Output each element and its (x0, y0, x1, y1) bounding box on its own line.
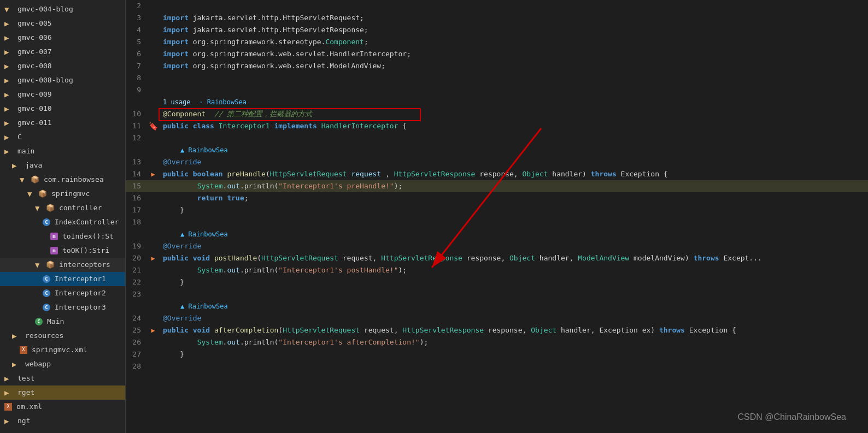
sidebar-item-main[interactable]: ▶main (0, 144, 125, 158)
method-icon: m (50, 247, 58, 254)
code-line-content: ▲ RainbowSea (159, 300, 868, 312)
sidebar-item-label: C (17, 131, 22, 143)
sidebar-item-webapp[interactable]: ▶webapp (0, 357, 125, 371)
code-line-content: import org.springframework.stereotype.Co… (159, 36, 868, 48)
code-line: 27 } (126, 348, 868, 360)
sidebar-item-java[interactable]: ▶java (0, 158, 125, 173)
xml-file-icon: X (20, 346, 27, 354)
sidebar-item-gmvc005[interactable]: ▶gmvc-005 (0, 16, 125, 31)
line-number: 27 (126, 348, 148, 360)
code-line-content: @Component // 第二种配置，拦截器的方式 (159, 108, 868, 120)
sidebar-item-interceptors[interactable]: ▼📦interceptors (0, 258, 125, 272)
line-number: 2 (126, 0, 148, 12)
code-line-content (159, 0, 868, 12)
code-line: 22 } (126, 276, 868, 288)
sidebar-item-gmvc011[interactable]: ▶gmvc-011 (0, 116, 125, 130)
code-line-content: public boolean preHandle(HttpServletRequ… (159, 168, 868, 180)
sidebar-item-label: gmvc-005 (17, 17, 52, 29)
line-number: 26 (126, 336, 148, 348)
package-open-icon: ▼ (20, 174, 28, 186)
sidebar-item-gmvc009[interactable]: ▶gmvc-009 (0, 87, 125, 102)
line-number: 14 (126, 168, 148, 180)
line-number: 28 (126, 360, 148, 372)
sidebar-item-label: webapp (25, 358, 51, 370)
code-line-content: @Override (159, 312, 868, 324)
sidebar-item-controller[interactable]: ▼📦controller (0, 201, 125, 215)
line-number: 19 (126, 240, 148, 252)
sidebar-item-label: gmvc-011 (17, 117, 52, 129)
code-line-content: public void postHandle(HttpServletReques… (159, 252, 868, 264)
sidebar-item-Interceptor1[interactable]: CInterceptor1 (0, 272, 125, 286)
line-gutter (148, 96, 159, 108)
code-line-content: ▲ RainbowSea (159, 228, 868, 240)
sidebar-item-rget[interactable]: ▶rget (0, 385, 125, 400)
sidebar-item-resources[interactable]: ▶resources (0, 329, 125, 343)
line-gutter (148, 72, 159, 84)
line-gutter (148, 312, 159, 324)
java-main-icon: C (35, 318, 43, 325)
sidebar-item-label: Interceptor1 (55, 273, 106, 285)
code-line-content: } (159, 204, 868, 216)
sidebar-item-gmvc008blog[interactable]: ▶gmvc-008-blog (0, 73, 125, 87)
code-line: ▲ RainbowSea (126, 300, 868, 312)
code-line: 14▶public boolean preHandle(HttpServletR… (126, 168, 868, 180)
sidebar-item-springmvc[interactable]: ▼📦springmvc (0, 187, 125, 201)
file-tree[interactable]: ▼gmvc-004-blog▶gmvc-005▶gmvc-006▶gmvc-00… (0, 0, 126, 433)
line-gutter (148, 36, 159, 48)
sidebar-item-toOKStri[interactable]: mtoOK():Stri (0, 244, 125, 258)
code-line: 6import org.springframework.web.servlet.… (126, 48, 868, 60)
code-line: 2 (126, 0, 868, 12)
sidebar-item-label: rget (17, 387, 34, 399)
line-gutter (148, 60, 159, 72)
sidebar-item-comrainbowsea[interactable]: ▼📦com.rainbowsea (0, 173, 125, 187)
sidebar-item-nore[interactable]: nore (0, 428, 125, 433)
line-gutter (148, 48, 159, 60)
line-number: 21 (126, 264, 148, 276)
folder-closed-icon: ▶ (4, 372, 13, 384)
sidebar-item-Interceptor2[interactable]: CInterceptor2 (0, 286, 125, 300)
sidebar-item-gmvc004blog[interactable]: ▼gmvc-004-blog (0, 2, 125, 16)
package-open-icon: ▼ (27, 188, 36, 200)
code-line-content: ▲ RainbowSea (159, 144, 868, 156)
sidebar-item-ngt[interactable]: ▶ngt (0, 414, 125, 428)
line-number (126, 96, 148, 108)
sidebar-item-label: java (25, 159, 42, 171)
breakpoint-arrow-icon: ▶ (151, 170, 155, 178)
line-number: 16 (126, 192, 148, 204)
line-gutter: ▶ (148, 324, 159, 336)
watermark: CSDN @ChinaRainbowSea (737, 412, 846, 422)
sidebar-item-C[interactable]: ▶C (0, 130, 125, 144)
sidebar-item-gmvc006[interactable]: ▶gmvc-006 (0, 31, 125, 45)
code-line: ▲ RainbowSea (126, 144, 868, 156)
sidebar-item-springmvcxml[interactable]: Xspringmvc.xml (0, 343, 125, 357)
code-line-content (159, 360, 868, 372)
line-number: 9 (126, 84, 148, 96)
line-number: 17 (126, 204, 148, 216)
code-line: 4import jakarta.servlet.http.HttpServlet… (126, 24, 868, 36)
sidebar-item-Interceptor3[interactable]: CInterceptor3 (0, 300, 125, 315)
code-line-content: return true; (159, 192, 868, 204)
sidebar-item-label: gmvc-008-blog (17, 74, 73, 86)
line-gutter (148, 348, 159, 360)
code-line-content (159, 288, 868, 300)
sidebar-item-gmvc010[interactable]: ▶gmvc-010 (0, 102, 125, 116)
sidebar-item-IndexController[interactable]: CIndexController (0, 215, 125, 229)
line-gutter (148, 276, 159, 288)
sidebar-item-test[interactable]: ▶test (0, 371, 125, 385)
folder-closed-icon: ▶ (4, 74, 13, 86)
line-gutter (148, 228, 159, 240)
code-line-content (159, 84, 868, 96)
sidebar-item-gmvc007[interactable]: ▶gmvc-007 (0, 45, 125, 59)
sidebar-item-gmvc008[interactable]: ▶gmvc-008 (0, 59, 125, 73)
sidebar-item-label: Interceptor2 (55, 287, 106, 299)
line-gutter (148, 24, 159, 36)
code-line-content: System.out.println("Interceptor1's preHa… (159, 180, 868, 192)
sidebar-item-Main[interactable]: CMain (0, 315, 125, 329)
line-gutter (148, 336, 159, 348)
code-line: 1 usage · RainbowSea (126, 96, 868, 108)
sidebar-item-label: gmvc-007 (17, 46, 52, 58)
sidebar-item-omxml[interactable]: Xom.xml (0, 400, 125, 414)
line-number: 8 (126, 72, 148, 84)
sidebar-item-toIndexSt[interactable]: mtoIndex():St (0, 229, 125, 244)
sidebar-item-label: test (17, 372, 34, 384)
